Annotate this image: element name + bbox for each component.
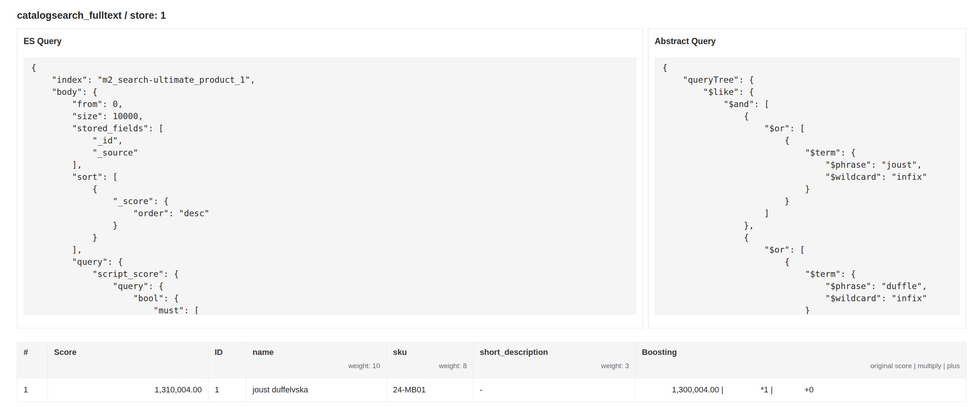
cell-short-description: - [474, 378, 636, 402]
column-header-num: # [17, 342, 48, 378]
column-label-sku: sku [393, 347, 467, 357]
column-label-boosting: Boosting [642, 347, 960, 357]
column-header-sku: sku weight: 8 [387, 342, 474, 378]
table-row: 1 1,310,004.00 1 joust duffelvska 24-MB0… [17, 378, 966, 402]
es-query-heading: ES Query [24, 37, 636, 46]
boosting-plus: +0 [775, 385, 813, 394]
column-label-score: Score [54, 347, 202, 357]
column-header-short-description: short_description weight: 3 [474, 342, 636, 378]
column-header-score: Score [48, 342, 208, 378]
cell-score: 1,310,004.00 [48, 378, 208, 402]
boosting-original-score: 1,300,004.00 | [642, 385, 724, 394]
column-label-id: ID [215, 347, 240, 357]
abstract-query-panel: Abstract Query { "queryTree": { "$like":… [648, 28, 966, 329]
cell-sku: 24-MB01 [387, 378, 474, 402]
cell-num: 1 [17, 378, 48, 402]
cell-name: joust duffelvska [246, 378, 387, 402]
es-query-code: { "index": "m2_search-ultimate_product_1… [24, 58, 636, 315]
abstract-query-code: { "queryTree": { "$like": { "$and": [ { … [655, 58, 959, 315]
cell-id: 1 [208, 378, 246, 402]
boosting-legend: original score | multiply | plus [642, 361, 960, 370]
column-label-num: # [24, 347, 41, 357]
column-label-name: name [253, 347, 380, 357]
es-query-panel: ES Query { "index": "m2_search-ultimate_… [17, 28, 643, 329]
boosting-multiply: *1 | [725, 385, 773, 394]
search-debug-page: catalogsearch_fulltext / store: 1 ES Que… [0, 0, 980, 420]
column-header-id: ID [208, 342, 246, 378]
cell-boosting: 1,300,004.00 | *1 | +0 [636, 378, 966, 402]
results-table: # Score ID name weight: 10 sku weight: 8 [17, 342, 966, 402]
column-weight-short-description: weight: 3 [480, 361, 629, 370]
column-header-name: name weight: 10 [246, 342, 387, 378]
column-weight-name: weight: 10 [253, 361, 380, 370]
page-title: catalogsearch_fulltext / store: 1 [17, 10, 966, 21]
column-weight-sku: weight: 8 [393, 361, 467, 370]
column-label-short-description: short_description [480, 347, 629, 357]
column-header-boosting: Boosting original score | multiply | plu… [636, 342, 966, 378]
query-panels: ES Query { "index": "m2_search-ultimate_… [17, 28, 966, 329]
abstract-query-heading: Abstract Query [655, 37, 959, 46]
results-header-row: # Score ID name weight: 10 sku weight: 8 [17, 342, 966, 378]
